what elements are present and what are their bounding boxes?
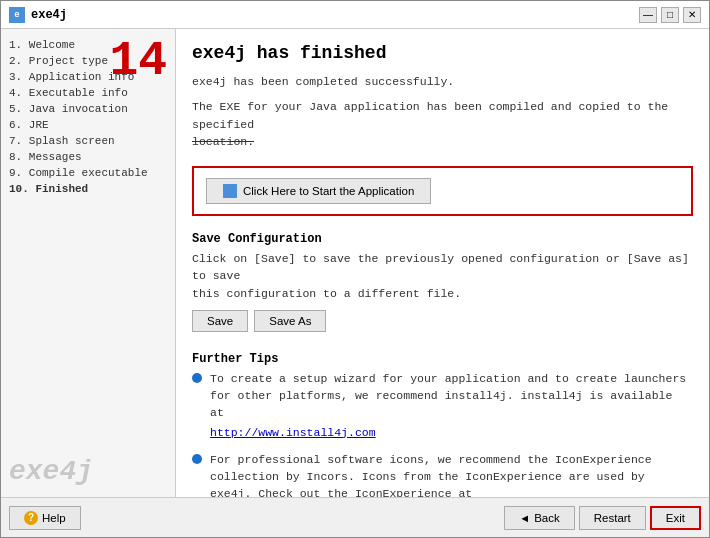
back-label: Back <box>534 512 560 524</box>
restart-button[interactable]: Restart <box>579 506 646 530</box>
tip-1-dot <box>192 373 202 383</box>
main-window: e exe4j — □ ✕ 14 1. Welcome 2. Project t… <box>0 0 710 538</box>
start-app-label: Click Here to Start the Application <box>243 185 414 197</box>
further-tips-section: Further Tips To create a setup wizard fo… <box>192 348 693 497</box>
title-bar-controls: — □ ✕ <box>639 7 701 23</box>
tip-1-text: To create a setup wizard for your applic… <box>210 370 693 441</box>
save-config-desc-2: this configuration to a different file. <box>192 287 461 300</box>
minimize-button[interactable]: — <box>639 7 657 23</box>
exe-text-2: location. <box>192 135 254 148</box>
save-config-desc: Click on [Save] to save the previously o… <box>192 250 693 302</box>
tip-2: For professional software icons, we reco… <box>192 451 693 497</box>
close-button[interactable]: ✕ <box>683 7 701 23</box>
main-content: 14 1. Welcome 2. Project type 3. Applica… <box>1 29 709 497</box>
sidebar: 14 1. Welcome 2. Project type 3. Applica… <box>1 29 176 497</box>
start-app-button[interactable]: Click Here to Start the Application <box>206 178 431 204</box>
save-config-title: Save Configuration <box>192 232 693 246</box>
tip-2-text: For professional software icons, we reco… <box>210 451 693 497</box>
further-tips-title: Further Tips <box>192 352 693 366</box>
footer: ? Help ◄ Back Restart Exit <box>1 497 709 537</box>
content-area: exe4j has finished exe4j has been comple… <box>176 29 709 497</box>
sidebar-item-jre[interactable]: 6. JRE <box>9 117 167 133</box>
back-button[interactable]: ◄ Back <box>504 506 574 530</box>
help-label: Help <box>42 512 66 524</box>
intro-text: exe4j has been completed successfully. <box>192 73 693 90</box>
window-title: exe4j <box>31 8 67 22</box>
tip-1-link[interactable]: http://www.install4j.com <box>210 424 693 441</box>
tip-2-dot <box>192 454 202 464</box>
app-button-icon <box>223 184 237 198</box>
exit-button[interactable]: Exit <box>650 506 701 530</box>
save-button[interactable]: Save <box>192 310 248 332</box>
sidebar-item-splash-screen[interactable]: 7. Splash screen <box>9 133 167 149</box>
back-arrow-icon: ◄ <box>519 512 530 524</box>
save-as-button[interactable]: Save As <box>254 310 326 332</box>
tip-1: To create a setup wizard for your applic… <box>192 370 693 441</box>
footer-right-buttons: ◄ Back Restart Exit <box>504 506 701 530</box>
sidebar-item-compile[interactable]: 9. Compile executable <box>9 165 167 181</box>
maximize-button[interactable]: □ <box>661 7 679 23</box>
title-bar-left: e exe4j <box>9 7 67 23</box>
sidebar-item-finished[interactable]: 10. Finished <box>9 181 167 197</box>
exe-text: The EXE for your Java application has be… <box>192 98 693 150</box>
app-icon: e <box>9 7 25 23</box>
sidebar-logo: exe4j <box>9 456 93 487</box>
save-config-desc-1: Click on [Save] to save the previously o… <box>192 252 689 282</box>
page-title: exe4j has finished <box>192 43 693 63</box>
footer-left-buttons: ? Help <box>9 506 81 530</box>
help-icon: ? <box>24 511 38 525</box>
sidebar-item-messages[interactable]: 8. Messages <box>9 149 167 165</box>
save-buttons-row: Save Save As <box>192 310 693 332</box>
step-number: 14 <box>109 37 167 85</box>
title-bar: e exe4j — □ ✕ <box>1 1 709 29</box>
exe-text-1: The EXE for your Java application has be… <box>192 100 668 130</box>
start-app-box: Click Here to Start the Application <box>192 166 693 216</box>
sidebar-item-java-invocation[interactable]: 5. Java invocation <box>9 101 167 117</box>
help-button[interactable]: ? Help <box>9 506 81 530</box>
